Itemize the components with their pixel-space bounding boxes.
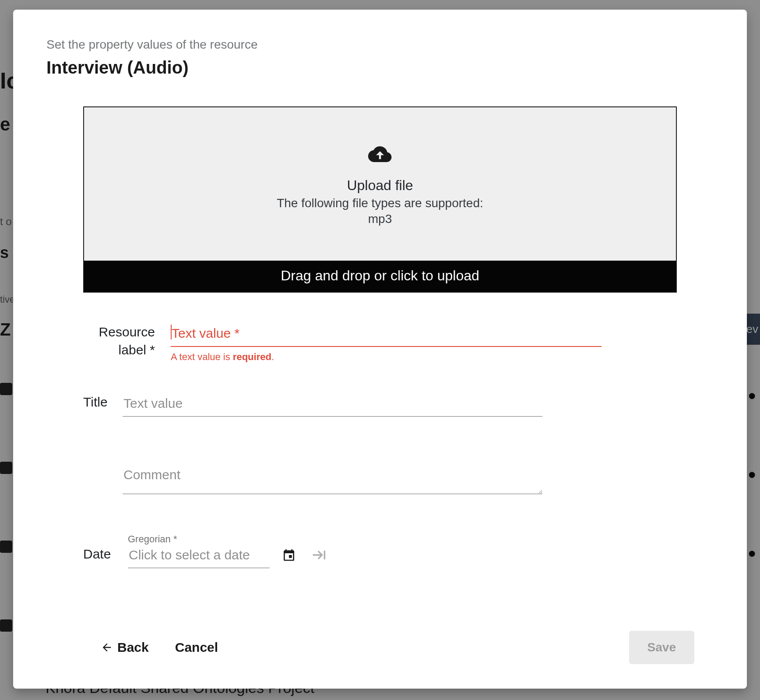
file-upload[interactable]: Upload file The following file types are… — [83, 106, 677, 293]
upload-bar[interactable]: Drag and drop or click to upload — [84, 261, 676, 292]
calendar-type-label: Gregorian * — [128, 534, 268, 545]
file-dropzone[interactable]: Upload file The following file types are… — [84, 107, 676, 261]
title-field — [123, 393, 541, 417]
comment-input[interactable] — [123, 465, 542, 494]
calendar-picker-button[interactable] — [280, 546, 298, 564]
resource-label-input[interactable] — [171, 323, 602, 347]
text-cursor — [171, 325, 172, 339]
date-range-end-button[interactable] — [310, 546, 327, 564]
save-button[interactable]: Save — [629, 631, 694, 664]
upload-title: Upload file — [347, 177, 413, 194]
arrow-left-icon — [101, 641, 113, 654]
upload-supported-text: The following file types are supported: — [277, 196, 483, 210]
back-button-label: Back — [117, 640, 149, 655]
resource-label-field: A text value is required. — [171, 323, 600, 363]
resource-label-label: Resource label * — [83, 323, 171, 359]
dialog-title: Interview (Audio) — [46, 58, 714, 78]
title-input[interactable] — [123, 393, 542, 417]
dialog-subtitle: Set the property values of the resource — [46, 38, 714, 52]
comment-field — [123, 465, 541, 496]
create-resource-dialog: Set the property values of the resource … — [13, 10, 747, 689]
date-start-input[interactable] — [128, 545, 270, 568]
resource-label-error: A text value is required. — [171, 351, 600, 363]
date-start-field: Gregorian * — [128, 534, 268, 568]
upload-filetypes: mp3 — [368, 212, 392, 226]
resource-label-row: Resource label * A text value is require… — [83, 323, 600, 363]
back-button[interactable]: Back — [101, 640, 149, 655]
property-form: Resource label * A text value is require… — [46, 323, 714, 568]
dialog-footer: Back Cancel Save — [101, 631, 694, 664]
cancel-button[interactable]: Cancel — [175, 640, 218, 655]
date-row: Date Gregorian * — [83, 534, 714, 568]
cancel-button-label: Cancel — [175, 640, 218, 655]
cloud-upload-icon — [362, 142, 398, 166]
title-row: Title — [83, 393, 541, 417]
calendar-icon — [282, 548, 296, 562]
arrow-right-stop-icon — [310, 546, 327, 564]
comment-row — [83, 465, 541, 496]
